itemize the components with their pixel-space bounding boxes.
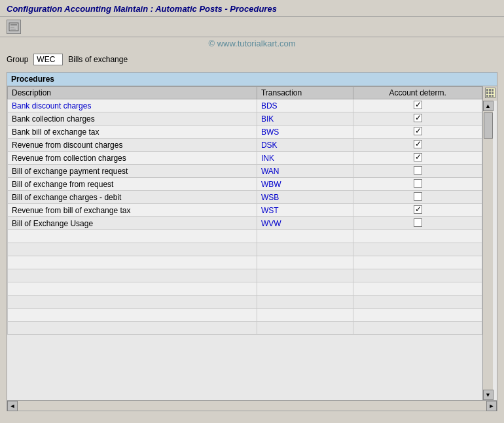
checkbox-unchecked[interactable] bbox=[414, 179, 422, 188]
row-transaction[interactable]: BIK bbox=[257, 112, 353, 126]
scroll-left-button[interactable]: ◄ bbox=[7, 401, 18, 411]
scroll-right-button[interactable]: ► bbox=[486, 401, 497, 411]
row-account-determ bbox=[353, 296, 482, 309]
row-description[interactable]: Bill of exchange charges - debit bbox=[8, 191, 257, 204]
row-transaction[interactable]: INK bbox=[257, 152, 353, 165]
checkbox-unchecked[interactable] bbox=[414, 166, 422, 175]
row-account-determ[interactable] bbox=[353, 112, 482, 126]
page-title: Configuration Accounting Maintain : Auto… bbox=[7, 4, 497, 14]
row-description bbox=[8, 230, 257, 243]
row-transaction[interactable]: WSB bbox=[257, 191, 353, 204]
checkbox-checked[interactable] bbox=[414, 153, 422, 161]
table-row bbox=[8, 243, 482, 256]
row-description[interactable]: Bank bill of exchange tax bbox=[8, 126, 257, 139]
row-account-determ[interactable] bbox=[353, 217, 482, 230]
checkbox-checked[interactable] bbox=[414, 114, 422, 122]
row-transaction bbox=[257, 230, 353, 243]
row-description[interactable]: Revenue from discount charges bbox=[8, 139, 257, 152]
row-transaction[interactable]: WBW bbox=[257, 178, 353, 191]
row-description bbox=[8, 296, 257, 309]
table-row: Bill of exchange charges - debitWSB bbox=[8, 191, 482, 204]
table-row bbox=[8, 296, 482, 309]
row-transaction[interactable]: WST bbox=[257, 204, 353, 217]
svg-rect-3 bbox=[10, 29, 16, 29]
row-account-determ[interactable] bbox=[353, 178, 482, 191]
procedures-table-container: Description Transaction Account determ. … bbox=[7, 86, 482, 400]
table-row: Revenue from bill of exchange taxWST bbox=[8, 204, 482, 217]
table-row: Revenue from collection chargesINK bbox=[8, 152, 482, 165]
group-label: Group bbox=[7, 55, 28, 64]
row-transaction[interactable]: DSK bbox=[257, 139, 353, 152]
table-row: Bill of exchange from requestWBW bbox=[8, 178, 482, 191]
row-transaction bbox=[257, 282, 353, 296]
row-account-determ bbox=[353, 322, 482, 335]
group-input[interactable] bbox=[33, 54, 63, 65]
row-transaction bbox=[257, 322, 353, 335]
row-transaction[interactable]: BWS bbox=[257, 126, 353, 139]
row-account-determ[interactable] bbox=[353, 191, 482, 204]
row-description bbox=[8, 322, 257, 335]
row-account-determ bbox=[353, 282, 482, 296]
table-row bbox=[8, 269, 482, 282]
row-description[interactable]: Bill of Exchange Usage bbox=[8, 217, 257, 230]
row-description[interactable]: Revenue from collection charges bbox=[8, 152, 257, 165]
row-description[interactable]: Bank discount charges bbox=[8, 99, 257, 112]
row-description bbox=[8, 256, 257, 269]
svg-rect-1 bbox=[10, 24, 17, 25]
row-description[interactable]: Revenue from bill of exchange tax bbox=[8, 204, 257, 217]
scroll-up-button[interactable]: ▲ bbox=[483, 101, 494, 111]
table-row bbox=[8, 256, 482, 269]
row-description[interactable]: Bill of exchange payment request bbox=[8, 165, 257, 178]
table-row: Bill of exchange payment requestWAN bbox=[8, 165, 482, 178]
table-row bbox=[8, 322, 482, 335]
vertical-scrollbar: ▲ ▼ bbox=[482, 101, 493, 400]
row-description[interactable]: Bill of exchange from request bbox=[8, 178, 257, 191]
toolbar bbox=[0, 17, 504, 37]
row-description bbox=[8, 309, 257, 322]
row-account-determ bbox=[353, 269, 482, 282]
table-row bbox=[8, 309, 482, 322]
horizontal-scrollbar: ◄ ► bbox=[7, 400, 497, 411]
row-transaction[interactable]: WAN bbox=[257, 165, 353, 178]
procedures-header: Procedures bbox=[7, 73, 497, 86]
svg-rect-2 bbox=[10, 27, 14, 27]
checkbox-checked[interactable] bbox=[414, 205, 422, 214]
procedures-table: Description Transaction Account determ. … bbox=[7, 86, 482, 335]
row-account-determ[interactable] bbox=[353, 152, 482, 165]
scroll-thumb[interactable] bbox=[484, 112, 493, 139]
checkbox-checked[interactable] bbox=[414, 127, 422, 135]
row-account-determ[interactable] bbox=[353, 99, 482, 112]
group-bar: Group Bills of exchange bbox=[0, 50, 504, 69]
col-description: Description bbox=[8, 87, 257, 99]
row-account-determ bbox=[353, 256, 482, 269]
table-row: Bank bill of exchange taxBWS bbox=[8, 126, 482, 139]
checkbox-unchecked[interactable] bbox=[414, 192, 422, 201]
column-settings-area bbox=[482, 86, 497, 101]
row-account-determ[interactable] bbox=[353, 139, 482, 152]
table-row bbox=[8, 230, 482, 243]
row-account-determ bbox=[353, 309, 482, 322]
checkbox-checked[interactable] bbox=[414, 101, 422, 109]
scroll-down-button[interactable]: ▼ bbox=[483, 390, 494, 400]
table-row: Bank discount chargesBDS bbox=[8, 99, 482, 112]
row-transaction bbox=[257, 296, 353, 309]
toolbar-icon[interactable] bbox=[7, 20, 21, 34]
group-description: Bills of exchange bbox=[68, 55, 128, 64]
row-description bbox=[8, 269, 257, 282]
row-account-determ[interactable] bbox=[353, 165, 482, 178]
checkbox-unchecked[interactable] bbox=[414, 218, 422, 227]
row-transaction[interactable]: WVW bbox=[257, 217, 353, 230]
row-account-determ[interactable] bbox=[353, 204, 482, 217]
row-account-determ[interactable] bbox=[353, 126, 482, 139]
row-account-determ bbox=[353, 243, 482, 256]
grid-settings-icon[interactable] bbox=[485, 88, 495, 98]
table-row bbox=[8, 282, 482, 296]
row-transaction bbox=[257, 256, 353, 269]
row-transaction[interactable]: BDS bbox=[257, 99, 353, 112]
row-transaction bbox=[257, 309, 353, 322]
row-description bbox=[8, 243, 257, 256]
row-transaction bbox=[257, 269, 353, 282]
col-account-determ: Account determ. bbox=[353, 87, 482, 99]
row-description[interactable]: Bank collection charges bbox=[8, 112, 257, 126]
checkbox-checked[interactable] bbox=[414, 140, 422, 148]
